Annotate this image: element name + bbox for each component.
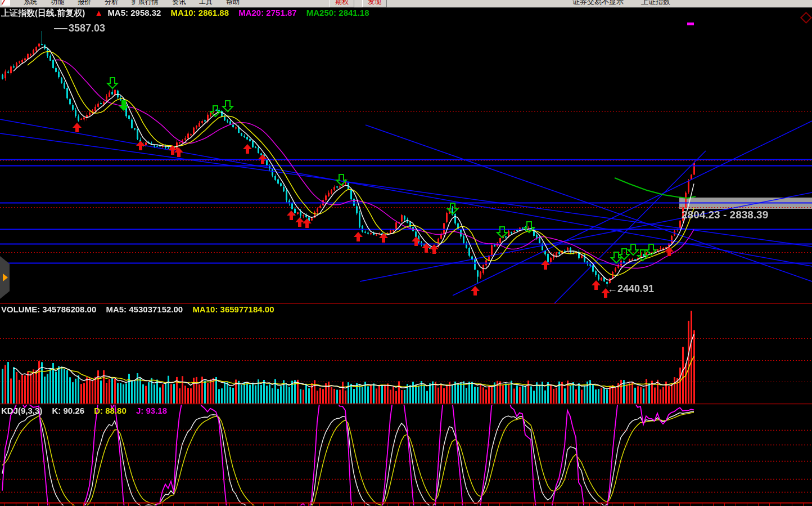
up-arrow-icon: ▲ (94, 8, 103, 17)
ma20-value: MA20: 2751.87 (238, 8, 296, 17)
menu-item-function[interactable]: 功能 (51, 0, 64, 7)
volume-ma5-value: MA5: 453037152.00 (106, 305, 183, 314)
menu-item-tools[interactable]: 工具 (199, 0, 213, 7)
menu-item-help[interactable]: 帮助 (226, 0, 240, 7)
menu-item-system[interactable]: 系统 (24, 0, 37, 7)
ma10-value: MA10: 2861.88 (171, 8, 229, 17)
main-chart-header: 上证指数(日线.前复权) ▲ MA5: 2958.32 MA10: 2861.8… (1, 8, 369, 19)
app-logo-icon (2, 0, 10, 6)
low-price-label: ←2440.91 (607, 283, 654, 295)
chart-title: 上证指数(日线.前复权) (1, 8, 85, 17)
menu-button-options[interactable]: 期权 (330, 0, 354, 7)
menu-button-discover[interactable]: 发现 (362, 0, 387, 7)
volume-ma10-value: MA10: 365977184.00 (192, 305, 274, 314)
ma5-value: MA5: 2958.32 (107, 8, 161, 17)
left-arrow-icon: ← (607, 283, 617, 294)
kdj-j-value: J: 93.18 (136, 406, 167, 415)
kdj-panel-header: KDJ(9,3,3) K: 90.26 D: 88.80 J: 93.18 (1, 406, 167, 415)
menu-bar: 系统 功能 报价 分析 扩展行情 资讯 工具 帮助 期权 发现 证券交易不显示 … (0, 0, 812, 8)
chart-canvas[interactable] (0, 0, 812, 506)
peak-price-label: 3587.03 (54, 23, 105, 34)
kdj-k-value: K: 90.26 (52, 406, 85, 415)
kdj-title: KDJ(9,3,3) (1, 406, 42, 415)
menu-row: 系统 功能 报价 分析 扩展行情 资讯 工具 帮助 期权 发现 (0, 0, 812, 7)
menu-item-extended-market[interactable]: 扩展行情 (132, 0, 159, 7)
menu-item-analysis[interactable]: 分析 (105, 0, 118, 7)
app-window: 系统 功能 报价 分析 扩展行情 资讯 工具 帮助 期权 发现 证券交易不显示 … (0, 0, 812, 506)
expand-arrow-icon (3, 274, 8, 281)
volume-panel-header: VOLUME: 345786208.00 MA5: 453037152.00 M… (1, 305, 274, 314)
magenta-dash-marker (687, 23, 694, 25)
kdj-d-value: D: 88.80 (94, 406, 127, 415)
menubar-index-name[interactable]: 上证指数 (641, 0, 670, 7)
menu-item-quotes[interactable]: 报价 (78, 0, 91, 7)
price-range-label: 2804.23 - 2838.39 (682, 209, 768, 221)
pointer-line (54, 28, 67, 29)
volume-value: VOLUME: 345786208.00 (1, 305, 96, 314)
menubar-status-text: 证券交易不显示 (572, 0, 624, 7)
menu-item-news[interactable]: 资讯 (172, 0, 186, 7)
ma250-value: MA250: 2841.18 (306, 8, 369, 17)
